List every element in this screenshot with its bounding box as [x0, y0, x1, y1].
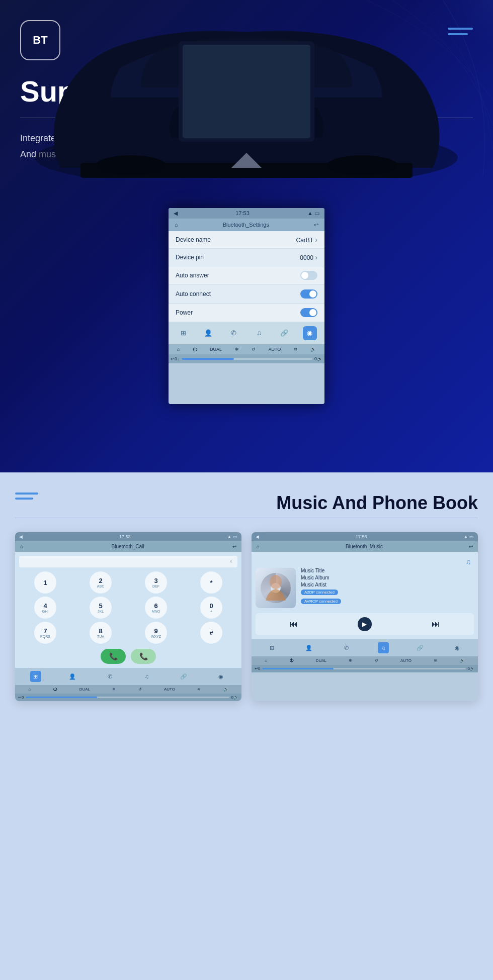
- dial-8[interactable]: 8TUV: [90, 622, 112, 644]
- back-arrow: ◀: [174, 210, 178, 217]
- power-label: Power: [176, 309, 193, 316]
- music-info-row: Music Title Music Album Music Artist A2D…: [256, 568, 474, 608]
- recycle-ctrl[interactable]: ↺: [252, 347, 256, 352]
- dial-9[interactable]: 9WXYZ: [145, 622, 167, 644]
- music-album: Music Album: [301, 575, 341, 580]
- vol-down[interactable]: 🔈: [317, 356, 322, 361]
- call-phone-icon[interactable]: ✆: [104, 671, 115, 682]
- call-button[interactable]: 📞: [101, 649, 126, 664]
- auto-label: AUTO: [268, 347, 281, 352]
- dial-6[interactable]: 6MNO: [145, 597, 167, 619]
- volume-ctrl[interactable]: 🔊: [310, 347, 316, 352]
- music-status-time: 17:53: [356, 534, 367, 539]
- dial-star[interactable]: *: [200, 571, 222, 594]
- call-actions: 📞 📞: [19, 649, 237, 664]
- back-icon: ↩: [314, 222, 318, 228]
- music-back-arrow: ◀: [256, 534, 259, 539]
- svg-point-8: [270, 575, 282, 589]
- music-meta: Music Title Music Album Music Artist A2D…: [301, 568, 341, 607]
- call-input-row: ×: [19, 556, 237, 567]
- bottom-title: Music And Phone Book: [276, 493, 478, 514]
- dialpad: 1 2ABC 3DEF * 4GHI 5JKL 6MNO 0+ 7PQRS 8T…: [19, 571, 237, 644]
- dial-3[interactable]: 3DEF: [145, 571, 167, 594]
- music-controls: ⏮ ▶ ⏭: [256, 613, 474, 635]
- call-status-bar: ◀ 17:53 ▲ ▭: [15, 532, 241, 541]
- dial-2[interactable]: 2ABC: [90, 571, 112, 594]
- call-contacts-icon[interactable]: 👤: [67, 671, 78, 682]
- power-toggle[interactable]: [300, 308, 317, 317]
- dial-0[interactable]: 0+: [200, 597, 222, 619]
- bottom-section: Music And Phone Book ◀ 17:53 ▲ ▭ ⌂ Bluet…: [0, 472, 493, 980]
- settings-icon[interactable]: ◉: [303, 326, 317, 340]
- home-ctrl[interactable]: ⌂: [177, 347, 180, 352]
- call-screen-title: Bluetooth_Call: [112, 544, 144, 549]
- dial-hash[interactable]: #: [200, 622, 222, 644]
- snow-ctrl[interactable]: ❄: [235, 347, 239, 352]
- device-name-label: Device name: [176, 236, 211, 243]
- contacts-icon[interactable]: 👤: [201, 326, 215, 340]
- next-button[interactable]: ⏭: [432, 620, 440, 629]
- settings-content: Device name CarBT › Device pin 0000 › Au…: [169, 231, 324, 322]
- status-time: 17:53: [235, 210, 250, 216]
- call-grid-icon[interactable]: ⊞: [30, 671, 41, 682]
- slider-bar: ↩ 0 ↓ 0 🔈: [169, 354, 324, 363]
- call-settings-icon[interactable]: ◉: [215, 671, 226, 682]
- grid-icon[interactable]: ⊞: [176, 326, 190, 340]
- phone-icon[interactable]: ✆: [227, 326, 241, 340]
- call-content: × 1 2ABC 3DEF * 4GHI 5JKL 6MNO 0+ 7PQRS …: [15, 552, 241, 668]
- redial-button[interactable]: 📞: [131, 649, 156, 664]
- auto-answer-row: Auto answer: [169, 266, 324, 285]
- dial-5[interactable]: 5JKL: [90, 597, 112, 619]
- music-icon[interactable]: ♫: [252, 326, 266, 340]
- screen-bottom-nav: ⊞ 👤 ✆ ♫ 🔗 ◉: [169, 322, 324, 344]
- fan-ctrl[interactable]: ≋: [294, 347, 298, 352]
- device-pin-label: Device pin: [176, 254, 204, 261]
- call-screen: ◀ 17:53 ▲ ▭ ⌂ Bluetooth_Call ↩ × 1 2ABC …: [15, 532, 241, 701]
- auto-connect-toggle[interactable]: [300, 289, 317, 299]
- music-back-icon: ↩: [469, 544, 473, 549]
- power-row: Power: [169, 304, 324, 322]
- avrcp-badge: AVRCP connected: [301, 599, 341, 604]
- link-icon[interactable]: 🔗: [277, 326, 291, 340]
- album-art: [256, 568, 296, 608]
- screens-row: ◀ 17:53 ▲ ▭ ⌂ Bluetooth_Call ↩ × 1 2ABC …: [15, 532, 478, 701]
- hero-section: BT Support Bluetooth Integrated with BC6…: [0, 0, 493, 472]
- call-nav-bar: ⌂ Bluetooth_Call ↩: [15, 541, 241, 552]
- call-link-icon[interactable]: 🔗: [178, 671, 189, 682]
- music-phone-icon[interactable]: ✆: [341, 642, 352, 653]
- music-screen: ◀ 17:53 ▲ ▭ ⌂ Bluetooth_Music ↩ ♫: [252, 532, 478, 701]
- auto-answer-label: Auto answer: [176, 272, 209, 279]
- music-link-icon[interactable]: 🔗: [415, 642, 426, 653]
- music-note-icon: ♫: [256, 556, 474, 568]
- music-music-icon[interactable]: ♫: [378, 642, 389, 653]
- music-grid-icon[interactable]: ⊞: [267, 642, 278, 653]
- screen-title: Bluetooth_Settings: [223, 222, 269, 228]
- music-artist: Music Artist: [301, 582, 341, 587]
- dial-1[interactable]: 1: [34, 571, 56, 594]
- svg-point-6: [327, 155, 397, 175]
- back-ctrl[interactable]: ↩: [171, 356, 175, 361]
- music-slider-bar: ↩ 0 0 🔈: [252, 665, 478, 672]
- power-ctrl[interactable]: ⏻: [193, 347, 197, 352]
- music-status-bar: ◀ 17:53 ▲ ▭: [252, 532, 478, 541]
- dial-4[interactable]: 4GHI: [34, 597, 56, 619]
- play-button[interactable]: ▶: [358, 617, 372, 631]
- temp-down[interactable]: ↓: [177, 356, 180, 361]
- dial-7[interactable]: 7PQRS: [34, 622, 56, 644]
- clear-icon[interactable]: ×: [229, 559, 232, 564]
- music-settings-icon[interactable]: ◉: [452, 642, 463, 653]
- call-music-icon[interactable]: ♫: [141, 671, 152, 682]
- bottom-menu-icon[interactable]: [15, 493, 38, 500]
- screen-nav-bar: ⌂ Bluetooth_Settings ↩: [169, 219, 324, 231]
- music-content: ♫: [252, 552, 478, 639]
- prev-button[interactable]: ⏮: [290, 620, 298, 629]
- bluetooth-settings-screen: ◀ 17:53 ▲ ▭ ⌂ Bluetooth_Settings ↩ Devic…: [169, 208, 324, 404]
- auto-connect-label: Auto connect: [176, 290, 211, 298]
- music-screen-title: Bluetooth_Music: [346, 544, 383, 549]
- music-contacts-icon[interactable]: 👤: [303, 642, 314, 653]
- dual-label: DUAL: [210, 347, 222, 352]
- device-pin-row: Device pin 0000 ›: [169, 249, 324, 266]
- status-icons: ▲ ▭: [307, 210, 319, 217]
- auto-answer-toggle[interactable]: [300, 271, 317, 280]
- call-back-icon: ↩: [232, 544, 236, 549]
